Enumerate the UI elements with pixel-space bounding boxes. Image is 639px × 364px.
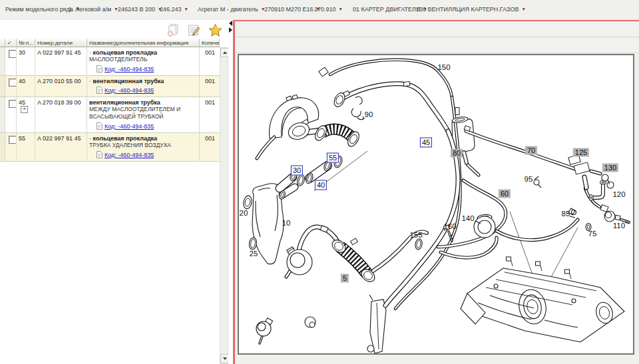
row-selector[interactable] bbox=[0, 76, 5, 97]
row-checkbox[interactable] bbox=[9, 100, 17, 108]
part-callout-60[interactable]: 60 bbox=[499, 190, 511, 198]
table-row-45[interactable]: 45+A 270 018 39 00вентиляционная трубкаМ… bbox=[0, 97, 220, 133]
part-callout-150[interactable]: 150 bbox=[437, 63, 450, 72]
part-callout-40[interactable]: 40 bbox=[315, 180, 327, 190]
row-checkbox[interactable] bbox=[9, 136, 17, 144]
toolbar-dropdown-label: 246.243 bbox=[160, 6, 182, 13]
part-name: кольцевая прокладка bbox=[93, 135, 158, 142]
toolbar-dropdown-label: 01 КАРТЕР ДВИГАТЕЛЯ bbox=[353, 6, 420, 13]
expand-button[interactable]: + bbox=[21, 106, 28, 113]
part-callout-140[interactable]: 140 bbox=[461, 214, 474, 223]
part-callout-75[interactable]: 75 bbox=[588, 230, 597, 238]
toolbar-dropdown-4[interactable]: 246.243▼ bbox=[160, 6, 188, 13]
toolbar-dropdown-6[interactable]: 270910 M270 E16▼ bbox=[264, 6, 320, 13]
document-icon bbox=[97, 151, 103, 158]
chevron-down-icon: ▼ bbox=[184, 7, 188, 11]
col-header-4: Название/дополнительная информация bbox=[87, 39, 200, 47]
row-selector[interactable] bbox=[0, 133, 5, 162]
row-check-cell bbox=[5, 47, 17, 76]
toolbar-dropdown-label: 270910 M270 E16 bbox=[264, 6, 314, 13]
part-name: кольцевая прокладка bbox=[93, 49, 158, 56]
parts-table-scrollbar[interactable] bbox=[220, 47, 228, 364]
add-document-button[interactable] bbox=[166, 23, 180, 37]
toolbar-dropdown-9[interactable]: 130 ВЕНТИЛЯЦИЯ КАРТЕРН.ГАЗОВ▼ bbox=[416, 6, 526, 13]
qty-cell: 001 bbox=[200, 76, 220, 97]
qty-cell: 001 bbox=[200, 133, 220, 162]
row-selector[interactable] bbox=[0, 47, 5, 76]
part-callout-125[interactable]: 125 bbox=[573, 148, 589, 157]
diagram-callouts: 1509045553040807012513095601201408511075… bbox=[239, 55, 633, 353]
part-callout-160[interactable]: 160 bbox=[443, 222, 456, 231]
toolbar-dropdown-3[interactable]: 246243 В 200▼ bbox=[118, 6, 162, 13]
position-number: 55 bbox=[19, 135, 25, 142]
diagram-canvas[interactable]: 1509045553040807012513095601201408511075… bbox=[238, 54, 634, 355]
panel-splitter[interactable] bbox=[228, 20, 233, 364]
favorites-star-button[interactable] bbox=[208, 23, 222, 37]
col-header-2: № п... bbox=[17, 39, 35, 47]
part-code-link[interactable]: Код: -460-494-835 bbox=[105, 87, 154, 94]
chevron-down-icon: ▼ bbox=[339, 7, 343, 11]
col-header-selector bbox=[0, 39, 5, 47]
row-checkbox[interactable] bbox=[9, 79, 17, 87]
row-num-cell: 55 bbox=[17, 133, 35, 162]
part-callout-10[interactable]: 10 bbox=[282, 219, 291, 228]
part-detail: МЕЖДУ МАСЛООТДЕЛИТЕЛЕМ И bbox=[89, 106, 198, 113]
document-icon bbox=[97, 122, 103, 130]
part-callout-70[interactable]: 70 bbox=[525, 146, 537, 155]
toolbar-dropdown-label: 130 ВЕНТИЛЯЦИЯ КАРТЕРН.ГАЗОВ bbox=[416, 6, 519, 13]
parts-table-header: ✓№ п...Номер деталиНазвание/дополнительн… bbox=[0, 39, 220, 47]
part-callout-55[interactable]: 55 bbox=[327, 153, 339, 163]
part-callout-110[interactable]: 110 bbox=[613, 222, 625, 230]
part-name-cell: вентиляционная трубкаМЕЖДУ МАСЛООТДЕЛИТЕ… bbox=[87, 97, 200, 133]
toolbar-dropdown-2[interactable]: 1. Легковой а/м▼ bbox=[69, 6, 118, 13]
part-number-cell: A 270 018 39 00 bbox=[35, 97, 87, 133]
part-callout-155[interactable]: 155 bbox=[409, 231, 422, 240]
triangle-up-icon bbox=[223, 51, 227, 54]
collapse-left-icon[interactable] bbox=[229, 21, 232, 26]
toolbar-dropdown-label: 1. Легковой а/м bbox=[69, 6, 111, 13]
col-header-5: Количес bbox=[200, 39, 220, 47]
table-row-55[interactable]: 55A 022 997 91 45· кольцевая прокладкаТР… bbox=[0, 133, 220, 162]
part-name-cell: · кольцевая прокладкаМАСЛООТДЕЛИТЕЛЬКод:… bbox=[87, 47, 200, 76]
toolbar-dropdown-5[interactable]: Агрегат М - двигатель▼ bbox=[198, 6, 265, 13]
part-detail: ТРУБКА УДАЛЕНИЯ ВОЗДУХА bbox=[89, 142, 198, 149]
table-row-30[interactable]: 30A 022 997 91 45· кольцевая прокладкаМА… bbox=[0, 47, 220, 76]
part-code-link[interactable]: Код: -460-494-835 bbox=[105, 123, 154, 130]
part-callout-90[interactable]: 90 bbox=[365, 110, 373, 119]
part-name: вентиляционная трубка bbox=[89, 99, 160, 106]
part-name: вентиляционная трубка bbox=[93, 78, 164, 85]
col-header-1: ✓ bbox=[5, 39, 17, 47]
part-callout-120[interactable]: 120 bbox=[612, 190, 625, 199]
part-callout-20[interactable]: 20 bbox=[240, 209, 248, 218]
qty-cell: 001 bbox=[200, 97, 220, 133]
toolbar-dropdown-label: Агрегат М - двигатель bbox=[198, 6, 258, 13]
edit-list-button[interactable] bbox=[187, 23, 201, 37]
part-name-cell: · вентиляционная трубкаКод: -460-494-835 bbox=[87, 76, 200, 97]
part-code-link[interactable]: Код: -460-494-835 bbox=[105, 152, 154, 158]
toolbar-dropdown-label: 246243 В 200 bbox=[118, 6, 155, 13]
expand-right-icon[interactable] bbox=[229, 27, 232, 33]
row-num-cell: 30 bbox=[17, 47, 35, 76]
row-check-cell bbox=[5, 76, 17, 97]
table-row-40[interactable]: 40A 270 010 55 00· вентиляционная трубка… bbox=[0, 76, 220, 97]
position-number: 30 bbox=[19, 49, 25, 56]
part-callout-80[interactable]: 80 bbox=[451, 149, 463, 158]
favorites-star-icon bbox=[208, 23, 222, 37]
part-callout-95[interactable]: 95 bbox=[525, 175, 533, 184]
part-callout-130[interactable]: 130 bbox=[602, 164, 618, 172]
part-name-cell: · кольцевая прокладкаТРУБКА УДАЛЕНИЯ ВОЗ… bbox=[87, 133, 200, 162]
part-callout-85[interactable]: 85 bbox=[562, 210, 570, 218]
part-callout-25[interactable]: 25 bbox=[250, 250, 258, 258]
row-checkbox[interactable] bbox=[9, 50, 17, 58]
part-callout-5[interactable]: 5 bbox=[341, 274, 349, 283]
document-icon bbox=[97, 65, 103, 73]
part-code-link[interactable]: Код: -460-494-835 bbox=[105, 66, 154, 73]
part-detail: МАСЛООТДЕЛИТЕЛЬ bbox=[89, 56, 198, 63]
edit-list-icon bbox=[187, 23, 201, 37]
part-callout-45[interactable]: 45 bbox=[420, 138, 432, 148]
row-selector[interactable] bbox=[0, 97, 5, 133]
col-header-3: Номер детали bbox=[35, 39, 87, 47]
row-num-cell: 45+ bbox=[17, 97, 35, 133]
part-callout-30[interactable]: 30 bbox=[291, 166, 303, 176]
toolbar-dropdown-7[interactable]: 270.910▼ bbox=[314, 6, 343, 13]
